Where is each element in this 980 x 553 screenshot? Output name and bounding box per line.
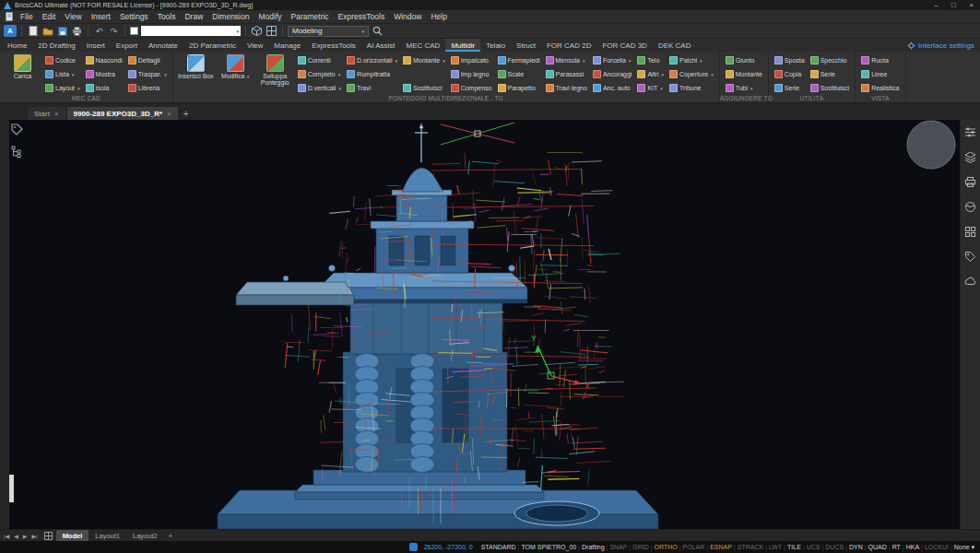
plot-panel-icon[interactable] <box>964 175 977 188</box>
ribbon-button-giunto[interactable]: Giunto <box>724 53 764 67</box>
ribbon-button-anc-auto[interactable]: Anc. auto <box>591 81 634 95</box>
layout-tab-model[interactable]: Model <box>56 530 89 542</box>
status-toggle-grid[interactable]: GRID <box>631 544 651 550</box>
ribbon-button-specchio[interactable]: Specchio <box>809 53 852 67</box>
ribbon-tab-multidir[interactable]: Multidir <box>445 39 480 52</box>
menu-window[interactable]: Window <box>389 12 426 21</box>
document-tab-start[interactable]: Start× <box>28 107 65 120</box>
save-icon[interactable] <box>56 25 68 37</box>
properties-panel-icon[interactable] <box>964 125 977 138</box>
ribbon-tab-for-cad-2d[interactable]: FOR CAD 2D <box>541 39 596 52</box>
ribbon-tab-manage[interactable]: Manage <box>268 39 306 52</box>
status-toggle-rt[interactable]: RT <box>891 544 903 550</box>
layout-list-icon[interactable] <box>43 531 53 541</box>
print-icon[interactable] <box>71 25 83 37</box>
ribbon-button-parapetto[interactable]: Parapetto <box>496 81 542 95</box>
ribbon-button-dettagli[interactable]: Dettagli <box>126 53 169 67</box>
status-toggle-dyn[interactable]: DYN <box>847 544 865 550</box>
materials-panel-icon[interactable] <box>964 200 977 213</box>
minimize-button[interactable]: – <box>927 0 945 10</box>
ribbon-button-codice[interactable]: Codice <box>43 53 82 67</box>
menu-draw[interactable]: Draw <box>180 12 207 21</box>
close-tab-icon[interactable]: × <box>54 110 59 118</box>
status-toggle-none[interactable]: None ▾ <box>952 544 976 551</box>
ribbon-button-libreria[interactable]: Libreria <box>126 81 169 95</box>
new-layout-tab-button[interactable]: + <box>164 530 177 542</box>
workspace-dropdown[interactable]: Modeling ▾ <box>288 26 369 37</box>
blocks-panel-icon[interactable] <box>964 225 977 238</box>
ribbon-button-d-verticali[interactable]: D.verticali▾ <box>296 81 343 95</box>
ribbon-button-correnti[interactable]: Correnti <box>296 53 343 67</box>
ribbon-button-completo[interactable]: Completo▾ <box>296 67 343 81</box>
ribbon-button-compenso[interactable]: Compenso <box>449 81 494 95</box>
status-toggle-ortho[interactable]: ORTHO <box>653 544 679 550</box>
tags-panel-icon[interactable] <box>964 250 977 263</box>
document-tab-9900-289-expo3d-3d-r[interactable]: 9900-289 EXPO3D_3D_R*× <box>67 107 178 120</box>
app-menu-button[interactable]: A <box>4 25 17 37</box>
menu-settings[interactable]: Settings <box>115 12 153 21</box>
ribbon-button-fermapiedi[interactable]: Fermapiedi <box>496 53 542 67</box>
ribbon-bigbutton-inserisci-box[interactable]: Inserisci Box <box>177 53 215 79</box>
ribbon-button-scale[interactable]: Scale <box>496 67 542 81</box>
layer-dropdown[interactable]: ▾ <box>141 26 241 36</box>
ribbon-button-coperture[interactable]: Coperture▾ <box>667 67 715 81</box>
ribbon-button-travi[interactable]: Travi <box>345 81 399 95</box>
status-toggle-quad[interactable]: QUAD <box>867 544 889 550</box>
ribbon-button-mostra[interactable]: Mostra <box>84 67 124 81</box>
interface-settings-link[interactable]: Interface settings <box>907 39 980 52</box>
ribbon-button-sostituisci[interactable]: Sostituisci <box>401 81 447 95</box>
menu-expresstools[interactable]: ExpressTools <box>334 12 390 21</box>
ribbon-tab-telaio[interactable]: Telaio <box>480 39 511 52</box>
tag-tool-icon[interactable] <box>11 124 23 135</box>
ribbon-tab-struct[interactable]: Struct <box>511 39 541 52</box>
ribbon-button-realistica[interactable]: Realistica <box>859 81 901 95</box>
ribbon-tab-insert[interactable]: Insert <box>81 39 111 52</box>
grid-icon[interactable] <box>266 25 277 37</box>
cloud-panel-icon[interactable] <box>964 275 977 288</box>
ribbon-button-imp-legno[interactable]: Imp legno <box>449 67 494 81</box>
menu-view[interactable]: View <box>60 12 86 21</box>
ribbon-tab-expresstools[interactable]: ExpressTools <box>306 39 361 52</box>
status-toggle-esnap[interactable]: ESNAP <box>708 544 734 550</box>
ribbon-button-copia[interactable]: Copia <box>773 67 807 81</box>
menu-insert[interactable]: Insert <box>87 12 115 21</box>
close-tab-icon[interactable]: × <box>167 110 171 118</box>
ribbon-button-kit[interactable]: KIT▾ <box>635 81 666 95</box>
status-toggle-standard[interactable]: STANDARD <box>479 544 518 550</box>
ribbon-tab-view[interactable]: View <box>242 39 268 52</box>
ribbon-button-montante[interactable]: Montante <box>724 67 764 81</box>
layout-tab-layout1[interactable]: Layout1 <box>89 530 126 542</box>
ribbon-tab-export[interactable]: Export <box>111 39 143 52</box>
ribbon-button-serie[interactable]: Serie <box>809 67 852 81</box>
status-toggle-strack[interactable]: STRACK <box>736 544 765 550</box>
ribbon-tab-for-cad-3d[interactable]: FOR CAD 3D <box>596 39 652 52</box>
ribbon-button-layout[interactable]: Layout▾ <box>43 81 82 95</box>
ribbon-button-telo[interactable]: Telo <box>635 53 666 67</box>
view-compass[interactable] <box>907 121 955 169</box>
ribbon-tab-2d-parametric[interactable]: 2D Parametric <box>183 39 242 52</box>
ribbon-button-travi-legno[interactable]: Travi legno <box>544 81 589 95</box>
nav-last-icon[interactable]: ▶| <box>30 533 38 539</box>
entity-color-swatch[interactable] <box>130 27 138 35</box>
undo-icon[interactable]: ↶ <box>93 25 105 37</box>
ribbon-button-parasassi[interactable]: Parasassi <box>544 67 589 81</box>
redo-icon[interactable]: ↷ <box>108 25 120 37</box>
ribbon-button-tribune[interactable]: Tribune <box>667 81 715 95</box>
menu-tools[interactable]: Tools <box>153 12 181 21</box>
new-file-icon[interactable] <box>27 25 39 37</box>
maximize-button[interactable]: □ <box>945 0 962 10</box>
ribbon-button-sostituisci[interactable]: Sostituisci <box>809 81 852 95</box>
menu-dimension[interactable]: Dimension <box>207 12 254 21</box>
ribbon-button-forcella[interactable]: Forcella▾ <box>591 53 634 67</box>
ribbon-tab-dek-cad[interactable]: DEK CAD <box>653 39 697 52</box>
ribbon-button-tubi[interactable]: Tubi▾ <box>724 81 764 95</box>
structure-tree-icon[interactable] <box>11 146 23 158</box>
ribbon-button-nascondi[interactable]: Nascondi <box>84 53 124 67</box>
layout-tab-layout2[interactable]: Layout2 <box>126 530 164 542</box>
layers-panel-icon[interactable] <box>964 150 977 163</box>
status-toggle-drafting[interactable]: Drafting <box>580 544 607 550</box>
menu-parametric[interactable]: Parametric <box>287 12 334 21</box>
status-toggle-ducs[interactable]: DUCS <box>823 544 845 550</box>
ribbon-bigbutton-modifica[interactable]: Modifica ▾ <box>217 53 254 80</box>
ribbon-button-d-orizzontali[interactable]: D.orizzontali▾ <box>345 53 399 67</box>
